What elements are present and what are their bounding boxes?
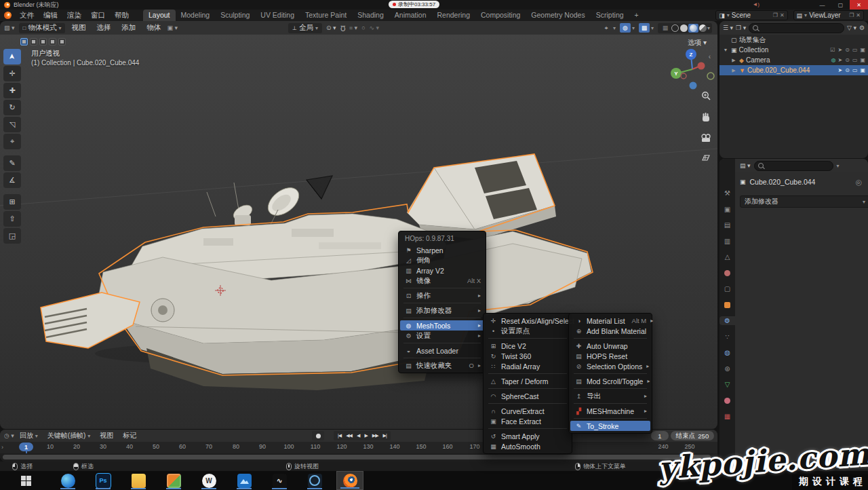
selectable-icon[interactable]: ➤	[837, 57, 842, 63]
scene-selector[interactable]: ◨ ▾ Scene ❐ ✕	[715, 10, 787, 20]
camera-view-button[interactable]	[698, 130, 713, 145]
tab-texture-paint[interactable]: Texture Paint	[300, 10, 352, 21]
editor-type-dropdown[interactable]: ☰ ▾	[723, 24, 733, 31]
tools-item-mod-scroll-toggle[interactable]: ▤Mod Scroll/Toggle▸	[569, 376, 652, 386]
outliner-options-icon[interactable]: ⚙	[859, 24, 865, 31]
hops-item-array-v2[interactable]: ▥Array V2	[399, 265, 486, 276]
axis-z-neg-handle[interactable]	[690, 82, 697, 90]
close-button[interactable]: ✕	[850, 0, 868, 10]
start-button[interactable]	[12, 471, 39, 490]
playback-menu[interactable]: 回放 ▾	[16, 431, 42, 440]
hops-item-operations[interactable]: ⊡操作▸	[399, 290, 486, 301]
physics-tab[interactable]: ◍	[721, 348, 734, 357]
properties-search-input[interactable]	[754, 161, 833, 171]
timeline-ruler[interactable]: 10 20 30 40 50 60 70 80 90 100 110 120 1…	[0, 442, 717, 453]
constraints-tab[interactable]: ⊛	[721, 364, 734, 373]
tab-animation[interactable]: Animation	[389, 10, 432, 21]
mesh-item-dice-v2[interactable]: ⊞Dice V2	[484, 341, 572, 351]
close-icon[interactable]: ✕	[856, 12, 861, 18]
select-mode-extend[interactable]	[30, 38, 37, 45]
annotate-tool[interactable]: ✎	[3, 155, 21, 171]
rotate-tool[interactable]: ↻	[3, 100, 21, 115]
pan-hand-button[interactable]	[698, 109, 713, 124]
world-tab[interactable]	[721, 269, 734, 278]
marker-menu[interactable]: 标记	[119, 431, 140, 440]
mode-extras-dropdown[interactable]: ▣ ▾	[167, 24, 178, 31]
display-mode-dropdown[interactable]: ❐ ▾	[736, 24, 746, 31]
mesh-item-smart-apply[interactable]: ↺Smart Apply	[484, 431, 572, 441]
tools-item-add-blank-material[interactable]: ⊕Add Blank Material	[569, 326, 652, 336]
xray-dropdown[interactable]: ▩▾	[639, 23, 654, 33]
close-icon[interactable]: ✕	[780, 12, 785, 18]
select-mode-intersect[interactable]	[58, 38, 66, 45]
gizmo-dropdown[interactable]: ⌖▾	[601, 23, 616, 33]
copy-icon[interactable]: ❐	[849, 12, 854, 18]
disclosure-triangle-icon[interactable]: ▼	[722, 48, 729, 52]
navigation-gizmo[interactable]: Z Y	[669, 45, 717, 94]
mesh-item-autosmooth[interactable]: ▦AutoSmooth	[484, 441, 572, 451]
play-reverse-button[interactable]: ◀	[355, 433, 361, 438]
hops-item-bevel[interactable]: ◿倒角	[399, 255, 486, 265]
play-button[interactable]: ▶	[362, 433, 369, 438]
filter-dropdown[interactable]: ▾	[837, 163, 840, 169]
disable-viewport-icon[interactable]: ▭	[852, 57, 858, 63]
axis-y-neg-handle[interactable]	[707, 73, 714, 79]
editor-type-dropdown[interactable]: ◷ ▾	[4, 432, 14, 439]
zoom-button[interactable]	[698, 88, 713, 103]
cursor-tool[interactable]: ✛	[3, 66, 21, 81]
disable-render-icon[interactable]: ▣	[860, 57, 865, 63]
menu-window[interactable]: 窗口	[86, 11, 110, 20]
disable-viewport-icon[interactable]: ▭	[852, 67, 858, 73]
tab-compositing[interactable]: Compositing	[475, 10, 526, 21]
tab-uv-editing[interactable]: UV Editing	[255, 10, 300, 21]
timeline-scrollbar[interactable]	[0, 453, 717, 461]
editor-type-dropdown[interactable]: ▧ ▾	[4, 24, 15, 31]
camera-row[interactable]: ▶ ◆ Camera ◍ ➤ ⊙ ▭ ▣	[719, 55, 868, 65]
toggle-xray-button[interactable]: ▦	[660, 23, 671, 33]
tab-modeling[interactable]: Modeling	[176, 10, 216, 21]
mesh-item-curve-extract[interactable]: ∩Curve/Extract	[484, 406, 572, 416]
tab-geometry-nodes[interactable]: Geometry Nodes	[526, 10, 590, 21]
select-mode-subtract[interactable]	[39, 38, 47, 45]
material-tab[interactable]	[721, 396, 734, 405]
rendered-shading-button[interactable]	[699, 24, 707, 32]
pivot-point-dropdown[interactable]: ⊙ ▾	[326, 24, 336, 31]
select-mode-invert[interactable]	[49, 38, 56, 45]
hops-item-add-modifier[interactable]: ▤添加修改器▸	[399, 305, 486, 316]
keying-menu[interactable]: 关键帧(插帧) ▾	[43, 431, 94, 440]
mesh-item-face-extract[interactable]: ▣Face Extract	[484, 416, 572, 426]
selectable-icon[interactable]: ➤	[837, 47, 842, 53]
tab-add-workspace[interactable]: +	[629, 10, 644, 21]
audio-app-taskbar-icon[interactable]: ∿	[266, 471, 293, 490]
hide-viewport-icon[interactable]: ⊙	[845, 67, 850, 73]
scene-collection-row[interactable]: ▢ 场景集合	[719, 35, 868, 45]
extrude-tool[interactable]: ⇧	[3, 211, 21, 227]
menu-object[interactable]: 物体	[142, 23, 165, 33]
viewlayer-tab[interactable]: ▥	[721, 237, 734, 246]
scene-tab[interactable]: △	[721, 252, 734, 261]
mesh-item-set-origin[interactable]: •设置原点	[484, 326, 572, 336]
hide-viewport-icon[interactable]: ⊙	[845, 47, 850, 53]
disclosure-triangle-icon[interactable]: ▶	[730, 58, 737, 63]
add-cube-tool[interactable]: ⊞	[3, 194, 21, 210]
tools-item-to-stroke[interactable]: ✎To_Stroke	[570, 421, 650, 431]
select-box-tool[interactable]: ➤	[3, 49, 21, 64]
disable-viewport-icon[interactable]: ▭	[852, 47, 858, 53]
hops-item-asset-loader[interactable]: ◒Asset Loader	[399, 345, 486, 356]
measure-tool[interactable]: ∡	[3, 172, 21, 188]
design-app-taskbar-icon[interactable]	[160, 471, 187, 490]
modifiers-tab[interactable]: ⚙	[719, 316, 735, 325]
move-tool[interactable]: ✚	[3, 83, 21, 98]
hops-item-sharpen[interactable]: ⚑Sharpen	[399, 245, 486, 255]
hops-item-meshtools[interactable]: ◍MeshTools▸	[400, 320, 484, 331]
end-frame-field[interactable]: 结束点 250	[671, 431, 714, 440]
disclosure-triangle-icon[interactable]: ▶	[730, 68, 737, 73]
disable-render-icon[interactable]: ▣	[860, 67, 865, 73]
playhead[interactable]: 1	[19, 442, 33, 451]
tools-item-auto-unwrap[interactable]: ✚Auto Unwrap	[569, 341, 652, 351]
inset-tool[interactable]: ◲	[3, 228, 21, 244]
next-keyframe-button[interactable]: ▶▶	[370, 433, 380, 438]
camera-object[interactable]	[307, 176, 332, 199]
copy-icon[interactable]: ❐	[773, 12, 778, 18]
tools-item-meshmachine[interactable]: ▞MESHmachine▸	[569, 406, 652, 416]
